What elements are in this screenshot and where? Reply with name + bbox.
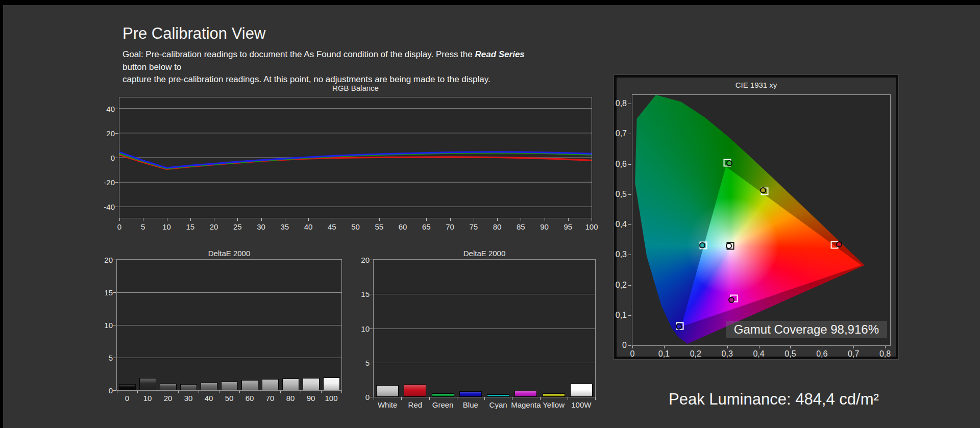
deltae-bar	[201, 383, 217, 390]
deltae-x-axis-tick	[429, 397, 430, 400]
deltae-x-axis-tick	[540, 397, 541, 400]
deltae-bar	[570, 384, 593, 397]
deltae-x-axis-label: 60	[246, 394, 254, 402]
cie-x-axis-label: 0,8	[879, 349, 891, 359]
deltae-x-axis-label: 20	[164, 394, 173, 402]
cie-x-axis-tick	[696, 346, 696, 348]
deltae-gridline	[117, 358, 341, 358]
deltae-x-axis-tick	[280, 391, 281, 393]
deltae-bar	[487, 394, 509, 397]
rgb-x-axis-tick	[308, 218, 309, 221]
deltae-grayscale-title: DeltaE 2000	[116, 249, 342, 258]
rgb-x-axis-tick	[426, 218, 427, 221]
deltae-x-axis-tick	[457, 397, 457, 400]
cie-x-axis-label: 0,6	[816, 349, 827, 359]
rgb-balance-lines	[119, 97, 592, 218]
cie-measured-point-magenta	[728, 297, 734, 303]
deltae-x-axis-tick	[199, 391, 199, 393]
cie-y-axis-tick	[628, 345, 631, 346]
deltae-y-axis-label: 20	[349, 256, 370, 264]
cie-x-axis-label: 0,5	[785, 349, 796, 359]
deltae-x-axis-tick	[512, 397, 512, 400]
peak-luminance-readout: Peak Luminance: 484,4 cd/m²	[669, 390, 879, 409]
deltae-gridline	[117, 292, 341, 293]
deltae-y-axis-label: 0	[349, 393, 370, 401]
rgb-y-axis-tick	[115, 182, 118, 183]
cie-measured-point-blue	[676, 323, 682, 330]
rgb-x-axis-label: 60	[399, 222, 407, 231]
deltae-bar	[303, 378, 320, 390]
cie-y-axis-tick	[628, 164, 631, 165]
goal-line1-prefix: Goal: Pre-calibration readings to docume…	[122, 49, 475, 59]
cie-y-axis-label: 0,6	[607, 160, 627, 169]
rgb-x-axis-label: 50	[351, 222, 360, 231]
rgb-x-axis-label: 95	[564, 222, 572, 231]
rgb-x-axis-tick	[403, 218, 403, 221]
deltae-x-axis-tick	[568, 397, 568, 400]
deltae-y-axis-label: 20	[92, 256, 113, 264]
deltae-x-axis-label: 10	[143, 394, 152, 402]
cie-x-axis-tick	[664, 346, 665, 348]
rgb-y-axis-label: -20	[94, 178, 115, 187]
deltae-x-axis-label: Yellow	[543, 400, 565, 409]
rgb-x-axis-tick	[285, 218, 285, 221]
rgb-y-axis-tick	[115, 207, 118, 207]
rgb-x-axis-label: 70	[446, 222, 454, 231]
cie-y-axis-label: 0,1	[607, 311, 627, 320]
deltae-x-axis-tick	[374, 397, 374, 400]
rgb-x-axis-label: 30	[257, 222, 265, 231]
cie-x-axis-tick	[727, 346, 728, 348]
cie-y-axis-label: 0,7	[607, 129, 627, 138]
cie-y-axis-tick	[628, 224, 631, 225]
rgb-x-axis-label: 35	[280, 222, 289, 231]
rgb-x-axis-label: 40	[304, 222, 313, 231]
deltae-gridline	[374, 294, 595, 294]
deltae-bar	[282, 379, 299, 390]
rgb-x-axis-tick	[143, 218, 143, 221]
deltae-bar	[404, 384, 426, 397]
cie-y-axis-tick	[628, 134, 631, 134]
cie-x-axis-tick	[822, 346, 822, 348]
deltae-y-axis-tick	[113, 390, 116, 391]
rgb-x-axis-label: 25	[233, 222, 242, 231]
cie-x-axis-tick	[759, 346, 760, 348]
page-title: Pre Calibration View	[122, 24, 265, 43]
rgb-x-axis-tick	[167, 218, 167, 221]
deltae-colors-chart: DeltaE 2000 20151050WhiteRedGreenBlueCya…	[373, 249, 596, 412]
rgb-x-axis-tick	[592, 218, 592, 221]
cie-y-axis-label: 0,2	[607, 281, 627, 290]
cie-x-axis-label: 0,3	[722, 349, 733, 359]
rgb-x-axis-label: 100	[585, 222, 598, 231]
deltae-y-axis-label: 10	[92, 321, 113, 330]
rgb-x-axis-tick	[474, 218, 474, 221]
cie-1931-panel: CIE 1931 xy Gamut Coverage 98,916% 000,1…	[614, 75, 898, 359]
pre-calibration-view-screen: Pre Calibration View Goal: Pre-calibrati…	[0, 0, 980, 428]
rgb-x-axis-label: 20	[210, 222, 218, 231]
deltae-y-axis-label: 5	[92, 354, 113, 362]
cie-x-axis-tick	[853, 346, 854, 348]
rgb-x-axis-label: 10	[162, 222, 171, 231]
deltae-y-axis-tick	[370, 294, 373, 294]
rgb-y-axis-tick	[115, 109, 118, 109]
cie-1931-plot-area: Gamut Coverage 98,916%	[632, 94, 891, 346]
cie-x-axis-label: 0,7	[848, 349, 859, 359]
deltae-bar	[180, 384, 197, 390]
deltae-x-axis-label: White	[378, 400, 397, 409]
deltae-bar	[543, 393, 565, 397]
deltae-x-axis-label: 100W	[571, 400, 591, 409]
deltae-bar	[262, 379, 279, 390]
deltae-bar	[459, 391, 482, 397]
window-top-strip	[0, 0, 980, 5]
rgb-x-axis-tick	[356, 218, 356, 221]
rgb-x-axis-label: 80	[493, 222, 502, 231]
cie-x-axis-label: 0,1	[658, 349, 670, 359]
deltae-bar	[432, 393, 454, 397]
rgb-x-axis-tick	[261, 218, 262, 221]
cie-y-axis-tick	[628, 315, 631, 316]
deltae-x-axis-tick	[137, 391, 138, 393]
deltae-y-axis-label: 5	[349, 358, 370, 367]
deltae-y-axis-label: 10	[349, 324, 370, 333]
rgb-x-axis-label: 5	[141, 222, 145, 231]
deltae-x-axis-tick	[321, 391, 322, 393]
goal-text: Goal: Pre-calibration readings to docume…	[122, 48, 546, 86]
